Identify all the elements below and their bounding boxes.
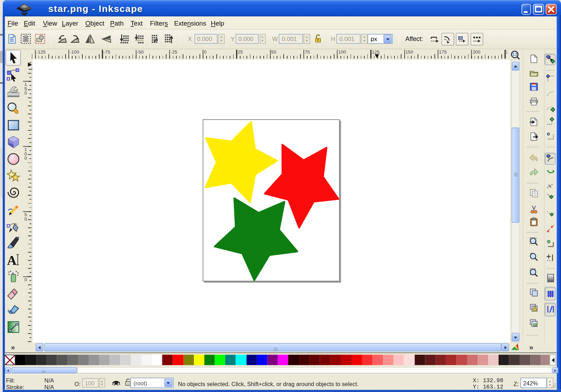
- svg-text:1:1: 1:1: [512, 53, 517, 56]
- svg-text:A: A: [7, 253, 16, 267]
